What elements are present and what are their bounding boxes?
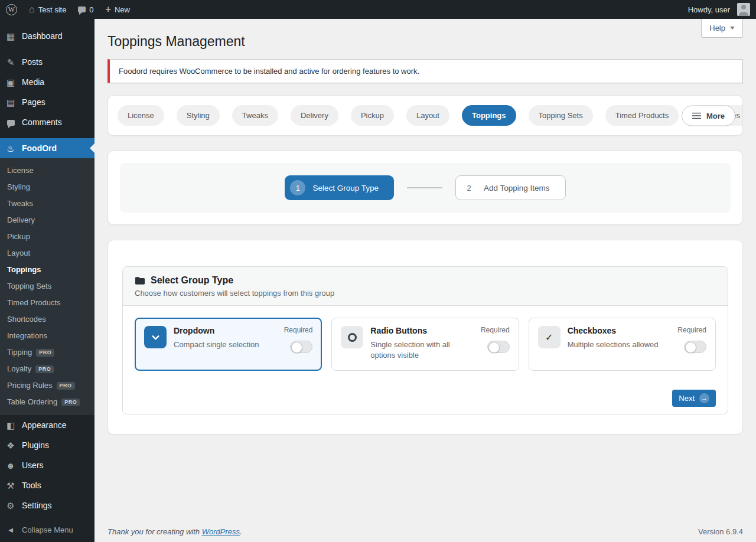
submenu-item-integrations[interactable]: Integrations bbox=[0, 328, 94, 344]
sidebar-item-pages[interactable]: Pages bbox=[0, 92, 94, 112]
required-label: Required bbox=[677, 326, 706, 334]
sidebar-item-dashboard[interactable]: Dashboard bbox=[0, 26, 94, 46]
required-toggle[interactable] bbox=[487, 341, 510, 353]
sidebar-item-appearance[interactable]: Appearance bbox=[0, 415, 94, 435]
option-title: Dropdown bbox=[174, 326, 277, 335]
required-label: Required bbox=[481, 326, 510, 334]
collapse-menu-label: Collapse Menu bbox=[22, 525, 73, 534]
my-account[interactable]: Howdy, user bbox=[682, 0, 756, 19]
pro-badge: PRO bbox=[61, 399, 80, 406]
sidebar-item-users[interactable]: Users bbox=[0, 455, 94, 475]
tab-timed-products[interactable]: Timed Products bbox=[605, 105, 679, 126]
submenu-item-loyalty[interactable]: Loyalty PRO bbox=[0, 361, 94, 377]
step-number-badge: 2 bbox=[461, 180, 477, 195]
submenu-item-layout[interactable]: Layout bbox=[0, 245, 94, 262]
submenu-item-tipping[interactable]: Tipping PRO bbox=[0, 344, 94, 361]
appearance-icon bbox=[5, 421, 17, 430]
step-select-group-type[interactable]: 1 Select Group Type bbox=[285, 175, 394, 200]
dashboard-icon bbox=[5, 32, 17, 41]
step-add-topping-items[interactable]: 2 Add Topping Items bbox=[455, 175, 566, 200]
submenu-item-tweaks[interactable]: Tweaks bbox=[0, 195, 94, 212]
sidebar-item-foodord[interactable]: FoodOrd bbox=[0, 138, 94, 158]
group-type-subtitle: Choose how customers will select topping… bbox=[135, 289, 716, 298]
submenu-item-delivery[interactable]: Delivery bbox=[0, 212, 94, 228]
radio-circle-icon bbox=[348, 333, 357, 342]
tab-license[interactable]: License bbox=[118, 105, 164, 126]
sidebar-item-label: Tools bbox=[22, 481, 41, 490]
submenu-item-styling[interactable]: Styling bbox=[0, 179, 94, 195]
submenu-item-license[interactable]: License bbox=[0, 162, 94, 179]
sidebar-item-label: FoodOrd bbox=[22, 143, 57, 153]
dropdown-tile bbox=[144, 326, 167, 348]
comments-shortcut[interactable]: 0 bbox=[72, 0, 99, 19]
admin-footer: Thank you for creating with WordPress. V… bbox=[107, 527, 743, 536]
submenu-item-pickup[interactable]: Pickup bbox=[0, 228, 94, 245]
sidebar-item-settings[interactable]: Settings bbox=[0, 495, 94, 515]
howdy-text: Howdy, user bbox=[688, 5, 730, 14]
posts-icon bbox=[5, 58, 17, 67]
main-content: Help Toppings Management Foodord require… bbox=[94, 19, 756, 542]
option-description: Single selection with all options visibl… bbox=[370, 339, 474, 360]
sidebar-item-label: Dashboard bbox=[22, 31, 63, 41]
submenu-item-timed-products[interactable]: Timed Products bbox=[0, 295, 94, 311]
wordpress-logo-icon: W bbox=[6, 4, 17, 15]
sidebar-item-comments[interactable]: Comments bbox=[0, 112, 94, 132]
submenu-item-table-ordering[interactable]: Table Ordering PRO bbox=[0, 394, 94, 410]
menu-separator bbox=[0, 46, 94, 52]
sidebar-item-posts[interactable]: Posts bbox=[0, 52, 94, 72]
admin-sidebar: Dashboard Posts Media Pages Comments Foo… bbox=[0, 19, 94, 542]
chevron-down-icon bbox=[151, 332, 161, 342]
tab-delivery[interactable]: Delivery bbox=[291, 105, 338, 126]
users-icon bbox=[5, 461, 17, 470]
sidebar-item-label: Posts bbox=[22, 57, 43, 67]
tab-pickup[interactable]: Pickup bbox=[351, 105, 394, 126]
new-content-button[interactable]: New bbox=[100, 0, 136, 19]
sidebar-item-label: Plugins bbox=[22, 440, 49, 450]
sidebar-item-tools[interactable]: Tools bbox=[0, 475, 94, 495]
tab-toppings[interactable]: Toppings bbox=[462, 105, 516, 126]
checkbox-tile: ✓ bbox=[538, 326, 561, 348]
settings-icon bbox=[5, 501, 17, 510]
tab-topping-sets[interactable]: Topping Sets bbox=[529, 105, 593, 126]
required-toggle[interactable] bbox=[290, 341, 312, 353]
submenu-item-pricing-rules[interactable]: Pricing Rules PRO bbox=[0, 377, 94, 394]
tab-tweaks[interactable]: Tweaks bbox=[232, 105, 278, 126]
comment-bubble-icon bbox=[78, 6, 86, 12]
required-toggle[interactable] bbox=[684, 341, 706, 353]
comments-count: 0 bbox=[89, 5, 93, 14]
help-button[interactable]: Help bbox=[701, 19, 743, 38]
radio-tile bbox=[341, 326, 363, 348]
option-title: Radio Buttons bbox=[370, 326, 474, 335]
sidebar-item-label: Comments bbox=[22, 117, 62, 127]
sidebar-item-label: Appearance bbox=[22, 420, 67, 430]
next-button[interactable]: Next → bbox=[672, 390, 716, 407]
submenu-item-shortcodes[interactable]: Shortcodes bbox=[0, 311, 94, 328]
tab-layout[interactable]: Layout bbox=[406, 105, 449, 126]
option-description: Multiple selections allowed bbox=[568, 339, 671, 350]
option-dropdown[interactable]: Dropdown Compact single selection Requir… bbox=[135, 318, 322, 371]
page-title: Toppings Management bbox=[107, 32, 743, 50]
pro-badge: PRO bbox=[35, 365, 54, 373]
sidebar-item-plugins[interactable]: Plugins bbox=[0, 435, 94, 455]
option-radio-buttons[interactable]: Radio Buttons Single selection with all … bbox=[331, 318, 519, 371]
wordpress-link[interactable]: WordPress bbox=[202, 527, 240, 536]
option-checkboxes[interactable]: ✓ Checkboxes Multiple selections allowed… bbox=[529, 318, 716, 371]
more-tabs-button[interactable]: More bbox=[682, 105, 735, 126]
sidebar-item-label: Users bbox=[22, 461, 44, 470]
group-type-options: Dropdown Compact single selection Requir… bbox=[135, 318, 716, 371]
sidebar-item-media[interactable]: Media bbox=[0, 72, 94, 92]
submenu-item-toppings[interactable]: Toppings bbox=[0, 262, 94, 278]
site-name-link[interactable]: Test site bbox=[23, 0, 72, 19]
user-avatar bbox=[737, 3, 750, 16]
submenu-item-topping-sets[interactable]: Topping Sets bbox=[0, 278, 94, 295]
plugins-icon bbox=[5, 441, 17, 450]
tab-styling[interactable]: Styling bbox=[177, 105, 220, 126]
required-label: Required bbox=[284, 326, 313, 334]
menu-separator bbox=[0, 132, 94, 138]
media-icon bbox=[5, 78, 17, 87]
chevron-down-icon bbox=[730, 27, 735, 30]
wordpress-logo[interactable]: W bbox=[0, 0, 23, 19]
folder-icon bbox=[135, 276, 145, 285]
collapse-menu-button[interactable]: Collapse Menu bbox=[0, 521, 94, 538]
help-label: Help bbox=[709, 24, 725, 32]
